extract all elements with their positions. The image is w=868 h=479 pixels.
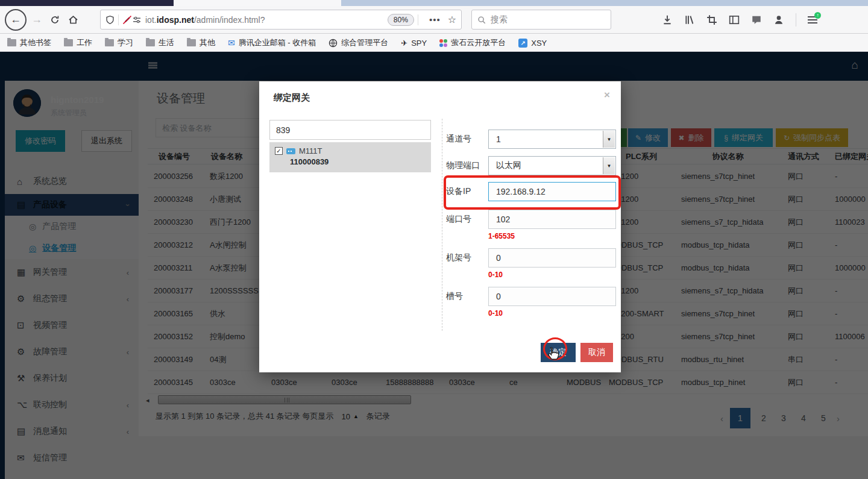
folder-icon xyxy=(7,39,16,46)
bookmark-folder-study[interactable]: 学习 xyxy=(105,37,133,48)
folder-icon xyxy=(105,39,114,46)
confirm-button[interactable]: 确定 xyxy=(541,343,576,362)
folder-icon xyxy=(187,39,196,46)
plane-icon: ✈ xyxy=(401,39,407,48)
dropdown-arrow-icon[interactable]: ▼ xyxy=(603,157,615,174)
bookmark-folder-life[interactable]: 生活 xyxy=(146,37,174,48)
dropdown-arrow-icon[interactable]: ▼ xyxy=(603,131,615,148)
gateway-code: 110000839 xyxy=(290,157,431,166)
screenshot-icon xyxy=(706,14,717,25)
search-icon xyxy=(477,16,486,24)
sidebar-toggle-button[interactable] xyxy=(729,14,740,25)
rack-input[interactable]: 0 xyxy=(488,248,616,268)
xsy-logo-icon: ↗ xyxy=(518,39,527,48)
rack-hint: 0-10 xyxy=(488,271,503,279)
menu-button[interactable]: ↑ xyxy=(808,16,817,23)
bookmark-tencent-mail[interactable]: ✉腾讯企业邮箱 - 收件箱 xyxy=(228,37,316,48)
update-badge-icon: ↑ xyxy=(814,12,821,19)
globe-icon xyxy=(329,39,338,48)
url-bar[interactable]: iot.idosp.net/admin/index.html? 80% ••• … xyxy=(100,10,462,30)
rack-label: 机架号 xyxy=(446,252,486,263)
channel-label: 通道号 xyxy=(446,134,486,145)
checkbox-checked-icon[interactable]: ✓ xyxy=(275,147,283,155)
bind-gateway-modal: 绑定网关 × ✓ M111T 110000839 通道号 1▼ 物理端口 以太网… xyxy=(259,81,621,372)
gateway-list-item-selected[interactable]: ✓ M111T 110000839 xyxy=(269,142,431,172)
screenshot-button[interactable] xyxy=(706,14,717,25)
permissions-icon[interactable] xyxy=(132,15,142,25)
port-label: 端口号 xyxy=(446,214,486,225)
divider xyxy=(796,13,796,27)
slot-hint: 0-10 xyxy=(488,309,503,318)
gateway-device-icon xyxy=(286,148,295,154)
home-button[interactable] xyxy=(64,11,82,29)
channel-select[interactable]: 1▼ xyxy=(488,130,616,149)
forward-button[interactable]: → xyxy=(28,11,46,29)
hamburger-icon: ↑ xyxy=(808,16,817,23)
folder-icon xyxy=(64,39,73,46)
account-icon xyxy=(773,14,784,25)
cancel-button[interactable]: 取消 xyxy=(580,343,613,362)
close-icon[interactable]: × xyxy=(604,89,610,101)
divider xyxy=(118,14,119,25)
search-placeholder: 搜索 xyxy=(491,14,508,25)
back-button[interactable]: ← xyxy=(5,9,27,31)
modal-title: 绑定网关 xyxy=(274,92,310,104)
bookmark-mgmt-platform[interactable]: 综合管理平台 xyxy=(329,37,388,48)
url-domain: idosp.net xyxy=(157,15,194,25)
device-ip-input[interactable]: 192.168.9.12 xyxy=(488,182,616,201)
bookmark-other-folder[interactable]: 其他书签 xyxy=(7,37,51,48)
bookmark-star-icon[interactable]: ☆ xyxy=(448,14,456,25)
port-type-select[interactable]: 以太网▼ xyxy=(488,156,616,175)
divider xyxy=(418,14,418,25)
library-button[interactable] xyxy=(684,14,695,25)
bookmark-xsy[interactable]: ↗XSY xyxy=(518,39,547,48)
library-icon xyxy=(684,14,695,25)
speech-bubble-icon xyxy=(751,14,762,25)
inactive-tab-area[interactable] xyxy=(0,0,174,6)
shield-icon xyxy=(105,15,115,25)
account-button[interactable] xyxy=(773,14,784,25)
reload-icon xyxy=(50,15,60,25)
pocket-button[interactable] xyxy=(751,14,762,25)
blocked-pen-icon[interactable] xyxy=(122,15,132,25)
slot-input[interactable]: 0 xyxy=(488,287,616,306)
mail-icon: ✉ xyxy=(228,38,235,48)
browser-tab-strip xyxy=(0,0,868,6)
port-hint: 1-65535 xyxy=(488,232,515,240)
gateway-name: M111T xyxy=(299,146,322,155)
port-type-label: 物理端口 xyxy=(446,160,486,171)
port-input[interactable]: 102 xyxy=(488,210,616,229)
bookmark-spy[interactable]: ✈SPY xyxy=(401,39,427,48)
bookmarks-bar: 其他书签 工作 学习 生活 其他 ✉腾讯企业邮箱 - 收件箱 综合管理平台 ✈S… xyxy=(0,34,868,52)
zoom-level-badge[interactable]: 80% xyxy=(388,14,414,26)
browser-toolbar: ← → iot.idosp.net/admin/index.html? 80% … xyxy=(0,6,868,34)
downloads-button[interactable] xyxy=(662,14,673,25)
bookmark-ys7-platform[interactable]: 萤石云开放平台 xyxy=(439,37,506,48)
home-icon xyxy=(68,15,78,25)
url-text[interactable]: iot.idosp.net/admin/index.html? xyxy=(145,15,265,25)
url-path: /admin/index.html? xyxy=(194,15,265,25)
browser-search-field[interactable]: 搜索 xyxy=(471,10,611,30)
download-icon xyxy=(662,14,673,25)
bookmark-folder-misc[interactable]: 其他 xyxy=(187,37,215,48)
divider xyxy=(442,119,442,331)
sidebar-icon xyxy=(729,14,740,25)
ys7-logo-icon xyxy=(439,39,447,47)
device-ip-label: 设备IP xyxy=(446,186,486,197)
slot-label: 槽号 xyxy=(446,291,486,302)
url-subdomain: iot. xyxy=(145,15,157,25)
page-actions-icon[interactable]: ••• xyxy=(429,14,441,25)
folder-icon xyxy=(146,39,155,46)
reload-button[interactable] xyxy=(46,11,64,29)
gateway-filter-input[interactable] xyxy=(269,120,431,140)
bookmark-folder-work[interactable]: 工作 xyxy=(64,37,92,48)
active-tab[interactable] xyxy=(174,0,341,6)
